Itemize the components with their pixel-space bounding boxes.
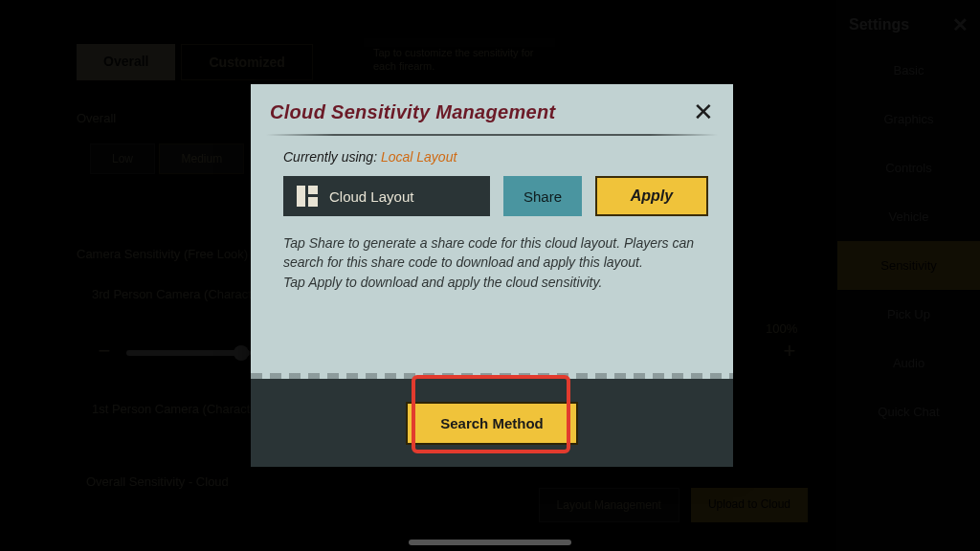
currently-using-label: Currently using: Local Layout: [283, 149, 708, 165]
cloud-layout-label: Cloud Layout: [329, 188, 413, 205]
cloud-layout-dropdown[interactable]: Cloud Layout: [283, 176, 490, 216]
modal-bottom-strip: Search Method: [251, 379, 733, 467]
layout-grid-icon: [297, 186, 318, 207]
currently-using-prefix: Currently using:: [283, 149, 381, 165]
modal-close-icon[interactable]: ✕: [693, 99, 714, 124]
home-indicator: [409, 540, 571, 545]
modal-divider: [266, 134, 718, 136]
desc-line-2: Tap Apply to download and apply the clou…: [283, 273, 708, 292]
cloud-sensitivity-modal: Cloud Sensitivity Management ✕ Currently…: [251, 84, 733, 467]
modal-title: Cloud Sensitivity Management: [270, 101, 555, 123]
desc-line-1: Tap Share to generate a share code for t…: [283, 233, 708, 273]
currently-using-value: Local Layout: [381, 149, 457, 165]
share-button[interactable]: Share: [503, 176, 582, 216]
modal-description: Tap Share to generate a share code for t…: [283, 233, 708, 292]
search-method-button[interactable]: Search Method: [406, 402, 578, 445]
apply-button[interactable]: Apply: [595, 176, 708, 216]
